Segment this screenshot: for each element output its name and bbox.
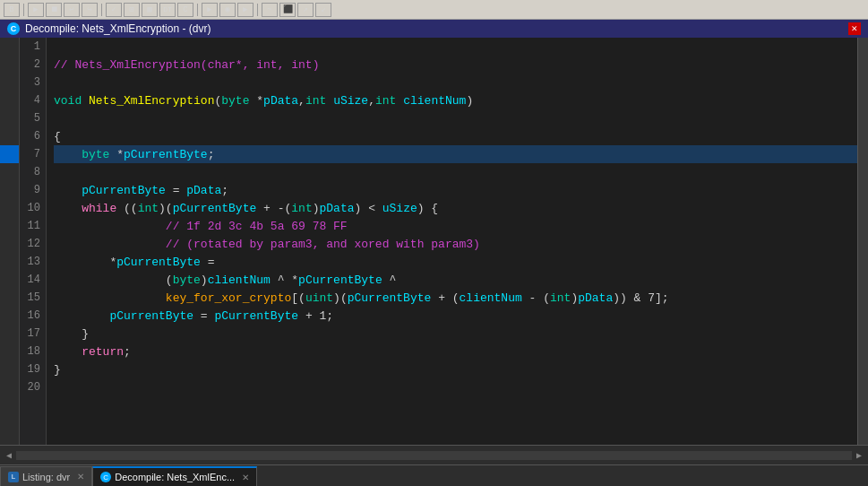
toolbar-btn-10[interactable]: C (177, 3, 193, 17)
toolbar-btn-9[interactable]: DT (159, 3, 176, 17)
tab-decompile-close[interactable]: ✕ (242, 473, 249, 482)
indent-16 (54, 309, 109, 323)
var-pcb-14: pCurrentByte (298, 273, 382, 287)
line14-2: ) (201, 273, 208, 287)
line15-5: ) (571, 291, 578, 305)
linenum-10: 10 (20, 199, 46, 217)
code-line-5 (54, 109, 857, 127)
kw-return: return (82, 345, 124, 359)
linenum-13: 13 (20, 253, 46, 271)
toolbar-btn-5[interactable]: ↪ (82, 3, 98, 17)
while-6: ) { (417, 202, 438, 215)
field-key: key_for_xor_crypto (166, 291, 291, 305)
var-pdata-9: pData (186, 184, 221, 197)
gutter-14 (0, 271, 19, 289)
var-pcurrentbyte-decl: pCurrentByte (124, 148, 208, 161)
toolbar-btn-11[interactable]: ▶ (202, 3, 218, 17)
toolbar-btn-14[interactable]: ~ (262, 3, 278, 17)
semi-18: ; (124, 345, 131, 359)
ptr-1: * (256, 94, 263, 108)
tab-listing-icon: L (8, 472, 19, 482)
gutter-12 (0, 235, 19, 253)
toolbar-btn-6[interactable]: ✓ (106, 3, 122, 17)
cast-int-15: int (550, 291, 571, 305)
gutter-20 (0, 378, 19, 396)
tab-listing-close[interactable]: ✕ (77, 472, 84, 482)
kw-while: while (82, 202, 124, 215)
semi-9: ; (221, 184, 228, 197)
gutter-16 (0, 307, 19, 325)
code-line-17: } (54, 325, 857, 343)
gutter-7-active (0, 145, 19, 163)
gutter-1 (0, 38, 19, 56)
var-pdata-15: pData (578, 291, 613, 305)
paren-open: ( (214, 94, 221, 108)
type-byte-2: byte (82, 148, 116, 161)
title-bar: C Decompile: Nets_XmlEncryption - (dvr) … (0, 20, 868, 38)
indent-9 (54, 184, 82, 197)
code-line-8 (54, 163, 857, 181)
toolbar-btn-7[interactable]: ⊞ (124, 3, 140, 17)
gutter-2 (0, 56, 19, 74)
indent-14: ( (54, 273, 173, 287)
toolbar-btn-17[interactable]: ↙ (315, 3, 331, 17)
toolbar-btn-2[interactable]: ▶ (28, 3, 44, 17)
scroll-right-btn[interactable]: ▶ (854, 447, 864, 464)
xor-14-2: ^ (382, 273, 397, 287)
gutter-5 (0, 109, 19, 127)
linenum-14: 14 (20, 271, 46, 289)
line15-4: - ( (522, 291, 550, 305)
linenum-16: 16 (20, 307, 46, 325)
linenum-7: 7 (20, 145, 46, 163)
toolbar-sep-1 (23, 4, 24, 16)
gutter-11 (0, 217, 19, 235)
code-area[interactable]: // Nets_XmlEncryption(char*, int, int) v… (47, 38, 857, 445)
code-line-15: key_for_xor_crypto [( uint )( pCurrentBy… (54, 289, 857, 307)
semi-1: ; (208, 148, 215, 161)
gutter-9 (0, 181, 19, 199)
linenum-11: 11 (20, 217, 46, 235)
cast-uint-15: uint (305, 291, 333, 305)
line-numbers: 1 2 3 4 5 6 7 8 9 10 11 12 13 14 15 16 1… (20, 38, 47, 445)
linenum-18: 18 (20, 343, 46, 360)
scroll-left-btn[interactable]: ◀ (4, 447, 14, 464)
var-usize: uSize (333, 94, 368, 108)
gutter-8 (0, 163, 19, 181)
linenum-2: 2 (20, 56, 46, 74)
gutter-15 (0, 289, 19, 307)
var-pdata-10: pData (320, 202, 355, 215)
code-line-14: ( byte ) clientNum ^ * pCurrentByte ^ (54, 271, 857, 289)
horizontal-scrollbar[interactable] (16, 451, 852, 460)
cast-byte-14: byte (173, 273, 201, 287)
var-usize-10: uSize (382, 202, 417, 215)
linenum-17: 17 (20, 325, 46, 343)
while-cond: (( (124, 202, 138, 215)
ptr-2: * (116, 148, 124, 161)
code-line-18: return ; (54, 343, 857, 360)
fn-name: Nets_XmlEncryption (89, 94, 214, 108)
toolbar-btn-3[interactable]: ⏹ (46, 3, 62, 17)
var-pdata: pData (263, 94, 298, 108)
close-button[interactable]: ✕ (848, 22, 861, 35)
gutter-13 (0, 253, 19, 271)
var-pcb-16a: pCurrentByte (109, 309, 193, 323)
toolbar-btn-8[interactable]: ▦ (142, 3, 158, 17)
tab-listing[interactable]: L Listing: dvr ✕ (0, 466, 92, 486)
indent-15 (54, 291, 166, 305)
var-pcb-16b: pCurrentByte (214, 309, 298, 323)
tab-decompile[interactable]: C Decompile: Nets_XmlEnc... ✕ (92, 466, 257, 486)
toolbar-sep-4 (257, 4, 258, 16)
toolbar-btn-4[interactable]: ↩ (64, 3, 80, 17)
toolbar-btn-13[interactable]: ▶ (237, 3, 254, 17)
toolbar-btn-12[interactable]: ◉ (219, 3, 236, 17)
gutter-3 (0, 74, 19, 91)
toolbar-btn-1[interactable]: B (4, 3, 20, 17)
toolbar-btn-16[interactable]: ↗ (297, 3, 314, 17)
paren-close: ) (466, 94, 473, 108)
toolbar-btn-15[interactable]: ⬛ (279, 3, 296, 17)
kw-void: void (54, 94, 89, 108)
tab-decompile-label: Decompile: Nets_XmlEnc... (115, 472, 235, 482)
vertical-scrollbar[interactable] (857, 38, 868, 445)
var-pcb-13: pCurrentByte (116, 256, 201, 269)
main-area: 1 2 3 4 5 6 7 8 9 10 11 12 13 14 15 16 1… (0, 38, 868, 445)
